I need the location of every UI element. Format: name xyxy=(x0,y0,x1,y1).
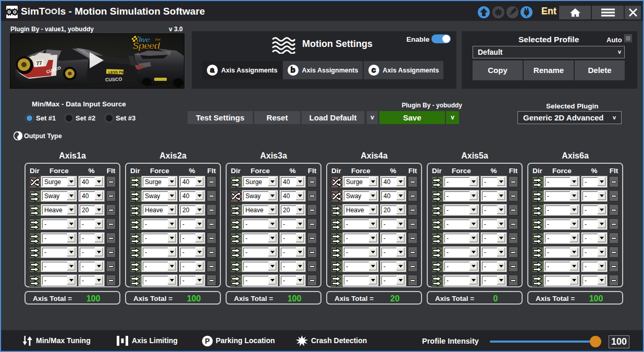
svg-text:CUSCO: CUSCO xyxy=(105,77,122,82)
svg-text:P: P xyxy=(205,337,209,345)
svg-text:Speed: Speed xyxy=(132,40,160,51)
svg-text:77: 77 xyxy=(36,60,43,66)
svg-text:LESS PMA: LESS PMA xyxy=(108,70,127,74)
